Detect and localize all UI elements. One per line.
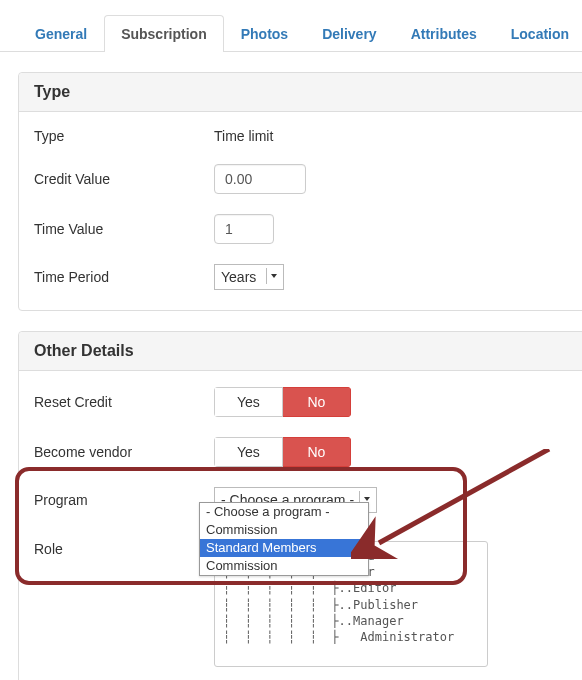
program-option-standard-members[interactable]: Standard Members <box>200 539 368 557</box>
program-dropdown: - Choose a program - Commission Standard… <box>199 502 369 576</box>
reset-credit-yes-button[interactable]: Yes <box>214 387 283 417</box>
tab-location[interactable]: Location <box>494 15 582 52</box>
credit-value-label: Credit Value <box>34 171 214 187</box>
program-option-commission-2[interactable]: Commission <box>200 557 368 575</box>
tabs-nav: General Subscription Photos Delivery Att… <box>0 0 582 52</box>
tab-delivery[interactable]: Delivery <box>305 15 393 52</box>
become-vendor-no-button[interactable]: No <box>283 437 351 467</box>
time-value-input[interactable] <box>214 214 274 244</box>
become-vendor-label: Become vendor <box>34 444 214 460</box>
reset-credit-no-button[interactable]: No <box>283 387 351 417</box>
program-option-commission[interactable]: Commission <box>200 521 368 539</box>
type-panel: Type Type Time limit Credit Value Time V… <box>18 72 582 311</box>
type-panel-heading: Type <box>19 73 582 112</box>
tab-attributes[interactable]: Attributes <box>394 15 494 52</box>
become-vendor-toggle: Yes No <box>214 437 351 467</box>
role-label: Role <box>34 541 214 557</box>
tab-general[interactable]: General <box>18 15 104 52</box>
time-period-label: Time Period <box>34 269 214 285</box>
type-value: Time limit <box>214 128 273 144</box>
program-label: Program <box>34 492 214 508</box>
reset-credit-toggle: Yes No <box>214 387 351 417</box>
time-period-select[interactable]: Years <box>214 264 284 290</box>
other-details-heading: Other Details <box>19 332 582 371</box>
chevron-down-icon <box>266 268 280 284</box>
become-vendor-yes-button[interactable]: Yes <box>214 437 283 467</box>
other-details-panel: Other Details Reset Credit Yes No Become… <box>18 331 582 680</box>
tab-photos[interactable]: Photos <box>224 15 305 52</box>
time-value-label: Time Value <box>34 221 214 237</box>
type-label: Type <box>34 128 214 144</box>
program-option-placeholder[interactable]: - Choose a program - <box>200 503 368 521</box>
tab-subscription[interactable]: Subscription <box>104 15 224 52</box>
reset-credit-label: Reset Credit <box>34 394 214 410</box>
credit-value-input[interactable] <box>214 164 306 194</box>
